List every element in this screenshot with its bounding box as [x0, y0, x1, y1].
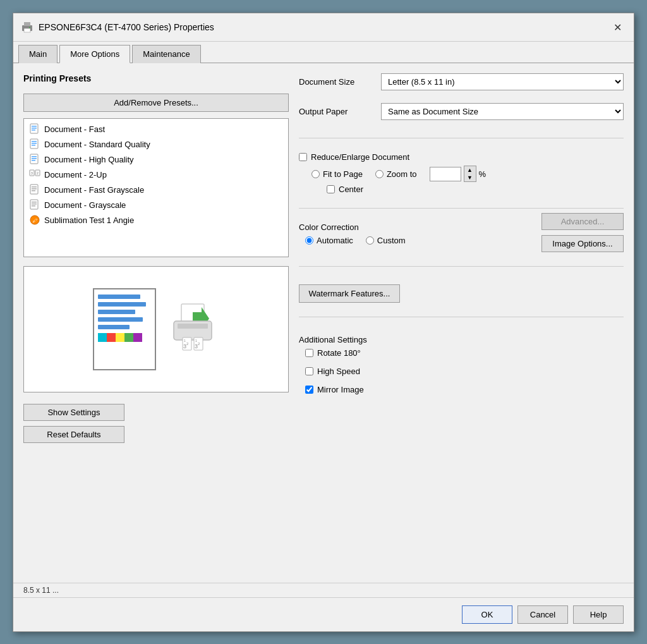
additional-checks: Rotate 180° High Speed Mirror Image: [305, 348, 624, 398]
output-paper-label: Output Paper: [299, 107, 375, 116]
dialog-title: EPSONE6F3C4 (ET-4700 Series) Properties: [39, 22, 214, 32]
watermark-features-button[interactable]: Watermark Features...: [299, 284, 400, 303]
tab-main[interactable]: Main: [18, 45, 57, 63]
zoom-to-label: Zoom to: [387, 169, 417, 179]
doc-preview: [93, 288, 156, 370]
zoom-up-button[interactable]: ▲: [464, 166, 476, 174]
tabs-bar: Main More Options Maintenance: [13, 42, 634, 63]
rotate-180-checkbox[interactable]: [305, 349, 313, 357]
reduce-enlarge-checkbox[interactable]: [299, 153, 307, 161]
preset-icon-standard: [29, 138, 40, 150]
fit-to-page-radio[interactable]: [311, 170, 320, 178]
preview-box: 3 2 3 2 1 1: [23, 266, 289, 392]
presets-list: Document - Fast Document - Standard Qual…: [23, 118, 289, 257]
image-options-button[interactable]: Image Options...: [541, 235, 624, 252]
svg-text:2: 2: [37, 171, 39, 175]
mirror-image-row: Mirror Image: [305, 385, 624, 394]
title-bar-left: EPSONE6F3C4 (ET-4700 Series) Properties: [21, 21, 214, 33]
zoom-spinner: ▲ ▼: [464, 166, 476, 182]
right-panel: Document Size Letter (8.5 x 11 in) Outpu…: [299, 73, 624, 573]
custom-radio[interactable]: [366, 236, 374, 245]
additional-settings-section: Additional Settings Rotate 180° High Spe…: [299, 335, 624, 398]
document-size-row: Document Size Letter (8.5 x 11 in): [299, 73, 624, 90]
high-speed-checkbox[interactable]: [305, 367, 313, 375]
zoom-down-button[interactable]: ▼: [464, 174, 476, 181]
svg-rect-33: [178, 324, 208, 329]
advanced-button[interactable]: Advanced...: [541, 213, 624, 230]
reduce-enlarge-row: Reduce/Enlarge Document: [299, 152, 624, 162]
svg-text:1: 1: [195, 339, 197, 343]
svg-rect-11: [32, 145, 35, 146]
color-correction-section: Color Correction Automatic Custom Ad: [299, 222, 624, 252]
left-panel: Printing Presets Add/Remove Presets... D…: [23, 73, 289, 573]
show-settings-button[interactable]: Show Settings: [23, 404, 124, 421]
center-checkbox[interactable]: [327, 185, 335, 193]
preset-item-highquality[interactable]: Document - High Quality: [24, 152, 288, 167]
preset-item-fast[interactable]: Document - Fast: [24, 121, 288, 137]
preset-item-fastgray[interactable]: Document - Fast Grayscale: [24, 182, 288, 197]
zoom-to-radio[interactable]: [375, 170, 384, 178]
dialog-body: Printing Presets Add/Remove Presets... D…: [13, 63, 634, 583]
svg-rect-14: [32, 158, 37, 159]
preset-icon-2up: 3 2: [29, 169, 40, 180]
custom-option: Custom: [366, 236, 406, 245]
close-button[interactable]: ✕: [608, 18, 626, 36]
tab-maintenance[interactable]: Maintenance: [132, 45, 200, 63]
mirror-image-label: Mirror Image: [317, 385, 364, 394]
status-text: 8.5 x 11 ...: [23, 586, 59, 595]
high-speed-label: High Speed: [317, 367, 360, 376]
output-paper-select[interactable]: Same as Document Size: [381, 103, 624, 120]
add-remove-presets-button[interactable]: Add/Remove Presets...: [23, 94, 289, 112]
preset-item-grayscale[interactable]: Document - Grayscale: [24, 197, 288, 212]
svg-rect-5: [32, 126, 37, 127]
left-bottom-buttons: Show Settings Reset Defaults: [23, 404, 289, 443]
center-row: Center: [327, 185, 624, 194]
svg-rect-2: [24, 28, 30, 32]
fit-to-page-label: Fit to Page: [323, 169, 363, 179]
printer-preview-box: 3 2 3 2 1 1: [169, 301, 219, 358]
center-label: Center: [339, 185, 363, 194]
zoom-value-input[interactable]: [430, 167, 461, 181]
svg-rect-10: [32, 143, 37, 144]
title-bar: EPSONE6F3C4 (ET-4700 Series) Properties …: [13, 13, 634, 42]
svg-rect-1: [24, 22, 30, 26]
preset-item-sublimation[interactable]: 🖊 Sublimation Test 1 Angie: [24, 212, 288, 228]
svg-rect-25: [32, 202, 37, 203]
automatic-radio[interactable]: [305, 236, 313, 245]
svg-rect-27: [32, 205, 35, 207]
zoom-to-option: Zoom to: [375, 169, 417, 179]
mirror-image-checkbox[interactable]: [305, 386, 313, 394]
printing-presets-title: Printing Presets: [23, 73, 289, 83]
preset-icon-fastgray: [29, 184, 40, 195]
preset-icon-fast: [29, 123, 40, 135]
svg-rect-21: [32, 186, 37, 188]
reset-defaults-button[interactable]: Reset Defaults: [23, 426, 124, 443]
rotate-180-row: Rotate 180°: [305, 348, 624, 358]
custom-label: Custom: [377, 236, 406, 245]
tab-more-options[interactable]: More Options: [59, 45, 130, 63]
preset-item-standard[interactable]: Document - Standard Quality: [24, 137, 288, 152]
svg-text:3: 3: [31, 171, 33, 175]
help-button[interactable]: Help: [573, 605, 624, 624]
rotate-180-label: Rotate 180°: [317, 348, 361, 358]
color-correction-row: Automatic Custom Advanced... Image Optio…: [299, 232, 624, 252]
color-correction-radios: Automatic Custom: [305, 236, 406, 245]
svg-rect-23: [32, 190, 35, 191]
reduce-enlarge-section: Reduce/Enlarge Document Fit to Page Zoom…: [299, 152, 624, 194]
reduce-enlarge-label: Reduce/Enlarge Document: [311, 152, 409, 162]
color-correction-buttons: Advanced... Image Options...: [541, 213, 624, 252]
svg-rect-7: [32, 130, 35, 131]
document-size-label: Document Size: [299, 77, 375, 87]
preset-item-2up[interactable]: 3 2 Document - 2-Up: [24, 167, 288, 182]
preset-icon-sublim: 🖊: [29, 214, 40, 226]
status-bar: 8.5 x 11 ...: [13, 583, 634, 597]
document-size-select[interactable]: Letter (8.5 x 11 in): [381, 73, 624, 90]
preset-icon-hq: [29, 154, 40, 165]
svg-text:🖊: 🖊: [32, 218, 37, 224]
automatic-label: Automatic: [317, 236, 353, 245]
cancel-button[interactable]: Cancel: [517, 605, 568, 624]
percent-label: %: [479, 169, 487, 179]
svg-point-3: [29, 27, 30, 28]
automatic-option: Automatic: [305, 236, 353, 245]
ok-button[interactable]: OK: [462, 605, 512, 624]
